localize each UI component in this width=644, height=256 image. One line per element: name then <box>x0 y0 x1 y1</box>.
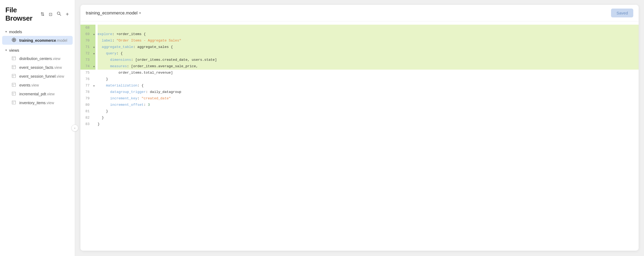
view-file-name: incremental_pdt.view <box>19 92 55 96</box>
search-button[interactable] <box>56 11 62 18</box>
tab-dropdown-icon: ▾ <box>139 11 141 15</box>
sidebar-header: File Browser ⇅ ⊡ + <box>0 0 75 27</box>
line-72: 72 ▾ <box>80 50 95 57</box>
line-69: 69 ▾ <box>80 31 95 37</box>
view-file-distribution-centers[interactable]: distribution_centers.view <box>2 54 73 63</box>
models-section[interactable]: ▾ models <box>0 28 75 36</box>
code-line-79: increment_key: "created_date" <box>98 95 639 102</box>
view-file-icon <box>12 56 17 61</box>
code-line-72: query: { <box>98 50 639 57</box>
views-label: views <box>9 48 19 52</box>
code-line-81: } <box>98 108 639 115</box>
view-file-events[interactable]: events.view <box>2 81 73 89</box>
code-line-83: } <box>98 121 639 127</box>
svg-rect-17 <box>12 83 16 86</box>
sidebar-toolbar: ⇅ ⊡ + <box>40 11 69 18</box>
view-file-name: events.view <box>19 83 39 87</box>
code-line-69: explore: +order_items { <box>98 31 639 37</box>
code-line-74: measures: [order_items.average_sale_pric… <box>98 63 639 70</box>
svg-point-6 <box>12 40 13 40</box>
active-model-file[interactable]: training_ecommerce.model <box>2 36 73 45</box>
view-file-event-session-funnel[interactable]: event_session_funnel.view <box>2 72 73 81</box>
models-label: models <box>9 29 22 34</box>
add-button[interactable]: + <box>65 11 69 18</box>
svg-rect-14 <box>12 74 16 78</box>
view-file-icon <box>12 74 17 79</box>
view-file-name: inventory_items.view <box>19 101 54 105</box>
code-line-68 <box>98 25 639 31</box>
models-chevron: ▾ <box>5 30 7 33</box>
model-file-icon <box>12 38 17 43</box>
file-browser-sidebar: File Browser ⇅ ⊡ + ▾ <box>0 0 75 256</box>
svg-point-7 <box>15 40 16 40</box>
select-button[interactable]: ⊡ <box>48 11 53 17</box>
collapse-sidebar-button[interactable]: ‹ <box>71 125 78 131</box>
view-file-icon <box>12 83 17 88</box>
line-73: 73 <box>80 57 95 63</box>
svg-rect-20 <box>12 92 16 95</box>
svg-point-4 <box>14 38 14 39</box>
saved-button[interactable]: Saved <box>611 9 633 17</box>
line-70: 70 <box>80 37 95 44</box>
views-section[interactable]: ▾ views <box>0 46 75 54</box>
code-line-78: datagroup_trigger: daily_datagroup <box>98 89 639 95</box>
line-71: 71 ▾ <box>80 44 95 50</box>
add-icon: + <box>66 11 69 17</box>
line-80: 80 <box>80 102 95 108</box>
view-file-inventory-items[interactable]: inventory_items.view <box>2 99 73 107</box>
sidebar-title: File Browser <box>5 6 40 22</box>
sort-icon: ⇅ <box>40 11 45 17</box>
line-68: 68 <box>80 25 95 31</box>
svg-line-1 <box>60 14 61 16</box>
editor-body: 68 69 ▾ 70 71 ▾ 72 ▾ <box>80 21 639 251</box>
line-76: 76 <box>80 76 95 82</box>
view-file-icon <box>12 100 17 105</box>
line-numbers-gutter: 68 69 ▾ 70 71 ▾ 72 ▾ <box>80 21 95 251</box>
collapse-icon: ‹ <box>74 126 75 130</box>
model-file-name: training_ecommerce.model <box>19 38 67 43</box>
view-file-name: distribution_centers.view <box>19 57 60 61</box>
file-tab[interactable]: training_ecommerce.model ▾ <box>86 11 141 16</box>
editor-panel: training_ecommerce.model ▾ Saved 68 69 ▾… <box>80 5 639 251</box>
code-line-76: } <box>98 76 639 82</box>
code-line-71: aggregate_table: aggregate_sales { <box>98 44 639 50</box>
search-icon <box>57 11 61 17</box>
file-tab-name: training_ecommerce.model <box>86 11 138 16</box>
svg-point-5 <box>14 41 14 42</box>
line-81: 81 <box>80 108 95 115</box>
view-file-incremental-pdt[interactable]: incremental_pdt.view <box>2 90 73 98</box>
view-file-name: event_session_funnel.view <box>19 74 64 78</box>
sort-button[interactable]: ⇅ <box>40 11 45 18</box>
code-editor[interactable]: explore: +order_items { label: "Order It… <box>95 21 639 251</box>
svg-rect-11 <box>12 65 16 69</box>
editor-header: training_ecommerce.model ▾ Saved <box>80 5 639 21</box>
code-line-70: label: "Order Items - Aggregate Sales" <box>98 37 639 44</box>
code-line-77: materialization: { <box>98 82 639 89</box>
svg-point-3 <box>13 39 15 41</box>
code-line-75: order_items.total_revenue] <box>98 70 639 76</box>
view-file-icon <box>12 92 17 96</box>
code-line-80: increment_offset: 3 <box>98 102 639 108</box>
main-area: ‹ training_ecommerce.model ▾ Saved 68 69… <box>75 0 644 256</box>
line-74: 74 ▾ <box>80 63 95 70</box>
code-line-82: } <box>98 115 639 121</box>
view-file-event-session-facts[interactable]: event_session_facts.view <box>2 63 73 72</box>
view-file-icon <box>12 65 17 70</box>
line-83: 83 <box>80 121 95 127</box>
line-82: 82 <box>80 115 95 121</box>
line-77: 77 ▾ <box>80 82 95 89</box>
file-tree: ▾ models training_ecommerce.model <box>0 27 75 256</box>
svg-rect-23 <box>12 101 16 104</box>
view-file-name: event_session_facts.view <box>19 65 62 70</box>
line-79: 79 <box>80 95 95 102</box>
line-78: 78 <box>80 89 95 95</box>
views-chevron: ▾ <box>5 48 7 52</box>
line-75: 75 <box>80 70 95 76</box>
checkbox-icon: ⊡ <box>49 12 52 17</box>
svg-rect-8 <box>12 57 16 60</box>
code-line-73: dimensions: [order_items.created_date, u… <box>98 57 639 63</box>
